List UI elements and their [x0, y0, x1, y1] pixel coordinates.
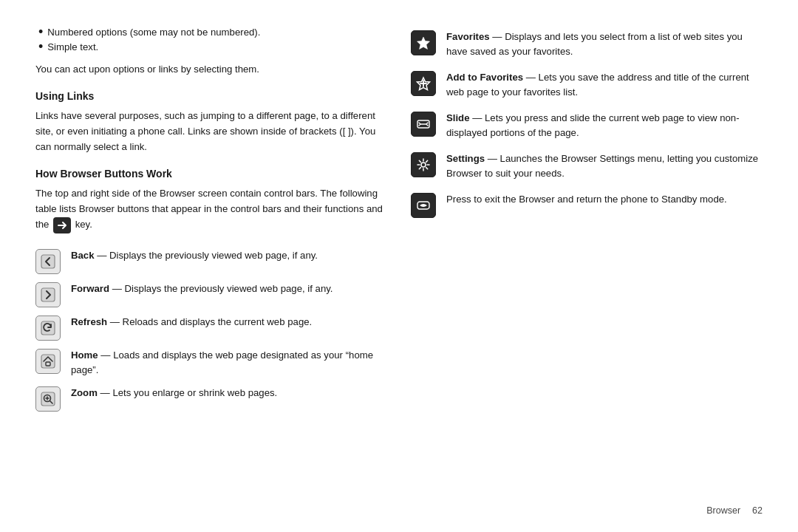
bullet-item-1: • Numbered options (some may not be numb…: [38, 27, 387, 38]
favorites-label: Favorites: [446, 31, 490, 42]
refresh-label: Refresh: [71, 316, 107, 327]
bullet-dot-2: •: [38, 40, 43, 53]
back-text: — Displays the previously viewed web pag…: [95, 250, 318, 261]
bullet-text-2: Simple text.: [47, 41, 98, 52]
bullet-list: • Numbered options (some may not be numb…: [35, 27, 387, 56]
slide-text: — Lets you press and slide the current w…: [446, 112, 740, 138]
exit-text: Press to exit the Browser and return the…: [446, 194, 727, 205]
forward-text: — Displays the previously viewed web pag…: [109, 283, 332, 294]
add-favorites-desc: Add to Favorites — Lets you save the add…: [446, 70, 763, 100]
bullet-item-2: • Simple text.: [38, 41, 387, 53]
home-label: Home: [71, 349, 98, 361]
back-desc: Back — Displays the previously viewed we…: [71, 248, 387, 263]
svg-marker-7: [417, 37, 430, 50]
settings-row: Settings — Launches the Browser Settings…: [411, 151, 763, 182]
forward-desc: Forward — Displays the previously viewed…: [71, 282, 387, 296]
zoom-text: — Lets you enlarge or shrink web pages.: [98, 387, 277, 398]
home-text: — Loads and displays the web page design…: [71, 349, 373, 375]
zoom-desc: Zoom — Lets you enlarge or shrink web pa…: [71, 386, 387, 400]
refresh-button-row: Refresh — Reloads and displays the curre…: [35, 315, 387, 341]
exit-desc: Press to exit the Browser and return the…: [446, 192, 763, 207]
back-icon: [35, 249, 61, 274]
right-column: Favorites — Displays and lets you select…: [411, 27, 763, 505]
back-button-row: Back — Displays the previously viewed we…: [35, 248, 387, 274]
left-column: • Numbered options (some may not be numb…: [35, 27, 387, 505]
exit-row: Press to exit the Browser and return the…: [411, 192, 763, 218]
zoom-icon: [35, 386, 61, 412]
using-links-heading: Using Links: [35, 90, 387, 102]
add-favorites-label: Add to Favorites: [446, 72, 523, 83]
using-links-body: Links have several purposes, such as jum…: [35, 108, 387, 154]
slide-label: Slide: [446, 112, 470, 123]
svg-point-13: [421, 163, 426, 167]
page-footer: Browser 62: [706, 505, 763, 516]
settings-label: Settings: [446, 153, 485, 164]
favorites-text: — Displays and lets you select from a li…: [446, 31, 743, 57]
footer-page: 62: [752, 505, 763, 516]
favorites-icon: [411, 30, 436, 55]
exit-icon: [411, 193, 436, 218]
zoom-label: Zoom: [71, 387, 98, 398]
svg-rect-0: [41, 255, 55, 268]
home-button-row: Home — Loads and displays the web page d…: [35, 348, 387, 378]
inline-key-icon: [53, 217, 71, 233]
settings-text: — Launches the Browser Settings menu, le…: [446, 153, 758, 179]
bullet-text-1: Numbered options (some may not be number…: [47, 27, 260, 38]
forward-label: Forward: [71, 283, 109, 294]
home-icon: [35, 349, 61, 374]
slide-row: Slide — Lets you press and slide the cur…: [411, 111, 763, 141]
slide-icon: [411, 112, 436, 137]
intro-text: You can act upon options or links by sel…: [35, 62, 387, 77]
add-favorites-row: Add to Favorites — Lets you save the add…: [411, 70, 763, 100]
back-label: Back: [71, 250, 95, 261]
favorites-desc: Favorites — Displays and lets you select…: [446, 30, 763, 60]
slide-desc: Slide — Lets you press and slide the cur…: [446, 111, 763, 141]
page-container: • Numbered options (some may not be numb…: [0, 0, 798, 532]
zoom-button-row: Zoom — Lets you enlarge or shrink web pa…: [35, 386, 387, 412]
button-table: Back — Displays the previously viewed we…: [35, 248, 387, 412]
footer-section: Browser: [706, 505, 740, 516]
browser-buttons-body: The top and right side of the Browser sc…: [35, 185, 387, 233]
forward-button-row: Forward — Displays the previously viewed…: [35, 282, 387, 307]
forward-icon: [35, 282, 61, 307]
refresh-desc: Refresh — Reloads and displays the curre…: [71, 315, 387, 330]
favorites-row: Favorites — Displays and lets you select…: [411, 30, 763, 60]
bullet-dot: •: [38, 25, 43, 38]
refresh-icon: [35, 316, 61, 341]
refresh-text: — Reloads and displays the current web p…: [107, 316, 312, 327]
settings-desc: Settings — Launches the Browser Settings…: [446, 151, 763, 182]
add-favorites-icon: [411, 71, 436, 96]
settings-icon: [411, 152, 436, 177]
svg-rect-1: [41, 288, 55, 301]
browser-buttons-heading: How Browser Buttons Work: [35, 168, 387, 180]
home-desc: Home — Loads and displays the web page d…: [71, 348, 387, 378]
